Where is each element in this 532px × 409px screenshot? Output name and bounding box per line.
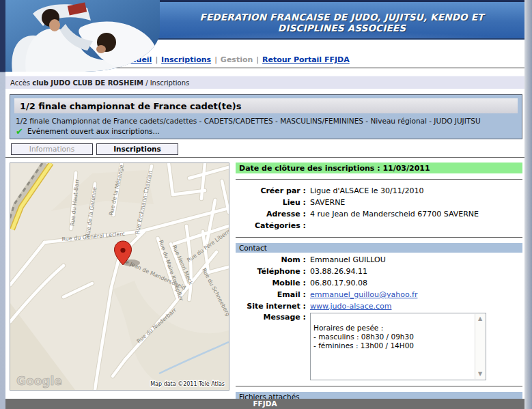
- event-title: 1/2 finale championnat de France cadet(t…: [14, 98, 518, 113]
- contact-label: Nom :: [236, 254, 306, 266]
- contact-row-nom: Nom : Emmanuel GUILLOU: [236, 254, 522, 266]
- event-panel: 1/2 finale championnat de France cadet(t…: [10, 94, 522, 139]
- contact-row-telephone: Téléphone : 03.88.26.94.11: [236, 266, 522, 277]
- detail-label: Catégories :: [236, 220, 306, 231]
- contact-value: 06.80.17.90.08: [310, 277, 367, 289]
- scroll-up-icon[interactable]: ▲: [475, 315, 485, 322]
- closing-date-bar: Date de clôture des inscriptions : 11/03…: [236, 163, 522, 173]
- contact-row-site: Site internet : www.judo-alsace.com: [236, 300, 522, 312]
- nav-divider: [107, 68, 524, 68]
- event-status: ✔ Evénement ouvert aux inscriptions...: [14, 125, 518, 136]
- nav-gestion: Gestion: [221, 55, 253, 64]
- contact-row-email: Email : emmanuel_guillou@yahoo.fr: [236, 289, 522, 300]
- contact-label: Mobile :: [236, 277, 306, 289]
- divider: [236, 237, 522, 238]
- tab-inscriptions[interactable]: Inscriptions: [96, 143, 178, 155]
- detail-value: Ligue d'ALSACE le 30/11/2010: [310, 185, 423, 197]
- detail-value: SAVERNE: [310, 197, 345, 208]
- event-subtitle: 1/2 finale Championnat de France cadets/…: [14, 113, 518, 125]
- footer-label: FFJDA: [253, 399, 277, 408]
- main-content: Rue du Haut-Barr Rue de la Garenne Rue d…: [10, 163, 522, 409]
- contact-row-message: Message : Horaires de pesée : - masculin…: [236, 313, 522, 380]
- scroll-down-icon[interactable]: ▼: [475, 371, 485, 378]
- contact-label: Téléphone :: [236, 266, 306, 277]
- contact-value: 03.88.26.94.11: [310, 266, 367, 277]
- nav-separator: |: [211, 55, 221, 64]
- detail-row-adresse: Adresse : 4 rue Jean de Manderscheid 677…: [236, 208, 522, 220]
- detail-value: 4 rue Jean de Manderscheid 67700 SAVERNE: [310, 208, 479, 220]
- email-link[interactable]: emmanuel_guillou@yahoo.fr: [310, 289, 417, 300]
- breadcrumb-suffix: / Inscriptions: [145, 79, 189, 87]
- detail-row-creer-par: Créer par : Ligue d'ALSACE le 30/11/2010: [236, 185, 522, 197]
- detail-row-categories: Catégories :: [236, 220, 522, 231]
- check-icon: ✔: [16, 128, 23, 135]
- footer: FFJDA: [5, 399, 524, 409]
- contact-section-header: Contact: [236, 243, 522, 253]
- message-box[interactable]: Horaires de pesée : - masculins : 08h30 …: [310, 313, 486, 380]
- header: FEDERATION FRANCAISE DE JUDO, JUJITSU, K…: [5, 0, 524, 72]
- divider: [236, 179, 522, 180]
- map-canvas[interactable]: Rue du Haut-Barr Rue de la Garenne Rue d…: [10, 163, 229, 390]
- website-link[interactable]: www.judo-alsace.com: [310, 300, 391, 312]
- nav-inscriptions[interactable]: Inscriptions: [161, 55, 211, 64]
- nav-separator: |: [152, 55, 161, 64]
- event-status-text: Evénement ouvert aux inscriptions...: [27, 127, 160, 135]
- contact-row-mobile: Mobile : 06.80.17.90.08: [236, 277, 522, 289]
- tab-informations[interactable]: Informations: [11, 143, 93, 155]
- detail-label: Adresse :: [236, 208, 306, 220]
- contact-label: Email :: [236, 289, 306, 300]
- map-attribution: Map data ©2011 Tele Atlas: [150, 381, 225, 387]
- breadcrumb-prefix: Accès: [10, 79, 30, 87]
- detail-label: Lieu :: [236, 197, 306, 208]
- google-watermark: Google: [16, 374, 62, 388]
- map[interactable]: Rue du Haut-Barr Rue de la Garenne Rue d…: [10, 163, 229, 391]
- page-right-border: [524, 0, 532, 409]
- breadcrumb-club: club JUDO CLUB DE ROSHEIM: [32, 79, 143, 87]
- contact-label: Message :: [236, 313, 306, 380]
- main-nav: Accueil|Inscriptions|Gestion|Retour Port…: [122, 55, 350, 64]
- message-scrollbar[interactable]: ▲ ▼: [475, 314, 485, 379]
- tab-bar: Informations Inscriptions: [11, 143, 532, 155]
- divider: [236, 386, 522, 386]
- tabs-divider: [5, 157, 524, 158]
- page-left-border: [0, 0, 5, 409]
- federation-title: FEDERATION FRANCAISE DE JUDO, JUJITSU, K…: [166, 12, 518, 33]
- detail-label: Créer par :: [236, 185, 306, 197]
- contact-label: Site internet :: [236, 300, 306, 312]
- nav-separator: |: [253, 55, 262, 64]
- message-text: Horaires de pesée : - masculins : 08h30 …: [313, 324, 414, 350]
- contact-value: Emmanuel GUILLOU: [310, 254, 386, 266]
- breadcrumb: Accès club JUDO CLUB DE ROSHEIM / Inscri…: [5, 76, 524, 89]
- detail-row-lieu: Lieu : SAVERNE: [236, 197, 522, 208]
- event-details: Date de clôture des inscriptions : 11/03…: [236, 163, 522, 409]
- nav-retour-portail[interactable]: Retour Portail FFJDA: [262, 55, 350, 64]
